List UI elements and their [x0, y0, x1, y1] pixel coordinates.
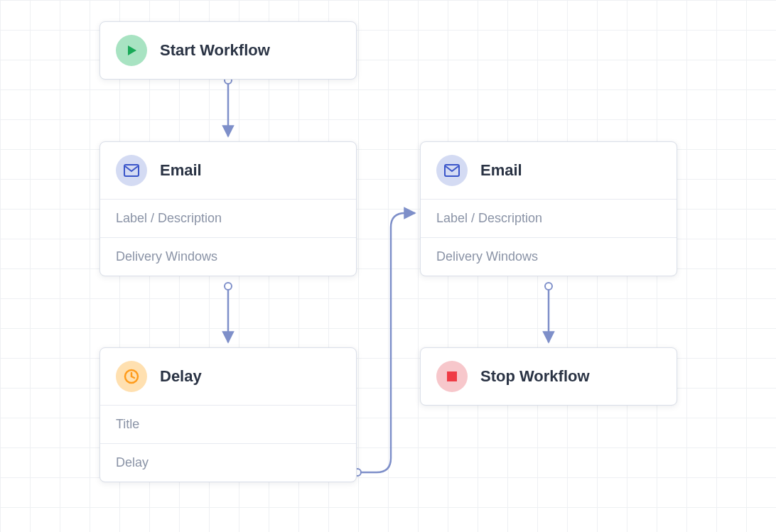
node-stop-workflow[interactable]: Stop Workflow — [420, 347, 677, 406]
node-field-delay[interactable]: Delay — [100, 443, 356, 482]
node-field-title[interactable]: Title — [100, 405, 356, 443]
node-title: Email — [160, 161, 202, 180]
node-field-label-description[interactable]: Label / Description — [421, 199, 677, 237]
workflow-canvas[interactable]: Start Workflow Email Label / Description… — [0, 0, 776, 532]
node-header: Start Workflow — [100, 22, 356, 79]
node-title: Email — [480, 161, 522, 180]
node-header: Delay — [100, 348, 356, 405]
node-title: Stop Workflow — [480, 367, 590, 386]
node-title: Delay — [160, 367, 202, 386]
node-header: Email — [421, 142, 677, 199]
node-header: Email — [100, 142, 356, 199]
node-field-delivery-windows[interactable]: Delivery Windows — [421, 237, 677, 276]
node-email-1[interactable]: Email Label / Description Delivery Windo… — [99, 141, 357, 276]
node-delay[interactable]: Delay Title Delay — [99, 347, 357, 482]
node-field-label-description[interactable]: Label / Description — [100, 199, 356, 237]
stop-icon — [436, 361, 468, 392]
node-title: Start Workflow — [160, 41, 270, 60]
envelope-icon — [436, 155, 468, 186]
svg-rect-10 — [447, 371, 457, 381]
node-header: Stop Workflow — [421, 348, 677, 405]
envelope-icon — [116, 155, 147, 186]
node-email-2[interactable]: Email Label / Description Delivery Windo… — [420, 141, 677, 276]
clock-icon — [116, 361, 147, 392]
node-start-workflow[interactable]: Start Workflow — [99, 21, 357, 80]
node-field-delivery-windows[interactable]: Delivery Windows — [100, 237, 356, 276]
play-icon — [116, 35, 147, 66]
